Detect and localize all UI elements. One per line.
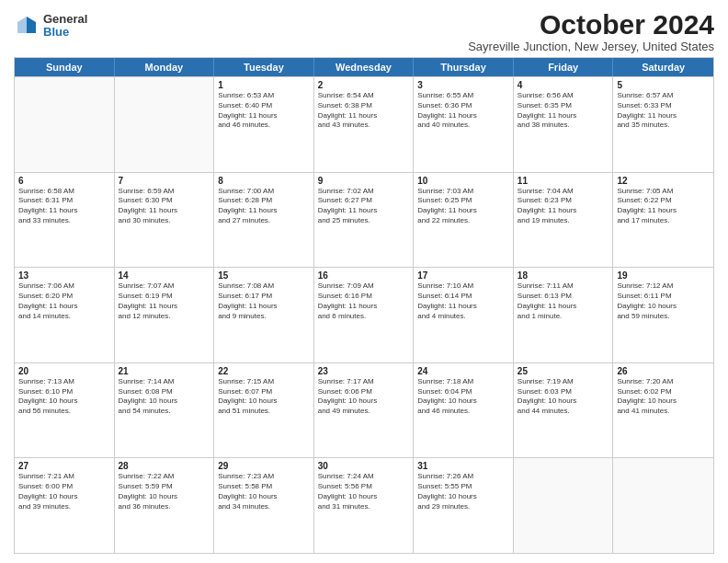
calendar: SundayMondayTuesdayWednesdayThursdayFrid…: [14, 57, 714, 554]
day-number: 5: [617, 80, 710, 90]
cell-info-line: Sunset: 6:20 PM: [18, 292, 110, 302]
header-day-wednesday: Wednesday: [314, 58, 415, 76]
cell-info-line: Sunrise: 6:56 AM: [518, 91, 609, 101]
cell-info-line: Daylight: 10 hours: [119, 492, 210, 502]
cell-info-line: Sunrise: 7:06 AM: [18, 282, 110, 292]
page: General Blue October 2024 Sayreville Jun…: [0, 0, 728, 563]
day-number: 29: [218, 461, 310, 471]
day-number: 13: [18, 270, 110, 281]
cell-info-line: Daylight: 11 hours: [417, 111, 509, 121]
cell-info-line: and 12 minutes.: [119, 312, 210, 322]
cell-info-line: and 19 minutes.: [518, 216, 609, 226]
logo-general-label: General: [43, 13, 87, 26]
cell-info-line: and 40 minutes.: [417, 121, 509, 131]
cell-info-line: Daylight: 11 hours: [617, 111, 710, 121]
cell-info-line: Sunset: 6:11 PM: [617, 292, 710, 302]
day-number: 10: [417, 176, 509, 186]
cell-info-line: Daylight: 11 hours: [417, 206, 509, 216]
day-cell-4: 4Sunrise: 6:56 AMSunset: 6:35 PMDaylight…: [514, 77, 614, 172]
cell-info-line: Sunrise: 7:14 AM: [119, 377, 210, 387]
day-cell-3: 3Sunrise: 6:55 AMSunset: 6:36 PMDaylight…: [414, 77, 514, 172]
cell-info-line: and 35 minutes.: [617, 121, 710, 131]
cell-info-line: and 33 minutes.: [18, 216, 110, 226]
cell-info-line: Daylight: 10 hours: [417, 396, 509, 407]
day-number: 9: [318, 176, 410, 186]
cell-info-line: Daylight: 11 hours: [119, 302, 210, 312]
day-number: 2: [318, 80, 410, 90]
location: Sayreville Junction, New Jersey, United …: [468, 40, 714, 53]
cell-info-line: Sunrise: 7:08 AM: [218, 282, 310, 292]
header-day-saturday: Saturday: [613, 58, 713, 76]
cell-info-line: Sunrise: 6:57 AM: [617, 91, 710, 101]
cell-info-line: and 49 minutes.: [318, 407, 410, 417]
day-cell-6: 6Sunrise: 6:58 AMSunset: 6:31 PMDaylight…: [15, 173, 115, 268]
day-cell-16: 16Sunrise: 7:09 AMSunset: 6:16 PMDayligh…: [314, 268, 415, 362]
cell-info-line: Daylight: 10 hours: [318, 396, 410, 407]
header-day-monday: Monday: [115, 58, 215, 76]
cell-info-line: Sunrise: 7:21 AM: [18, 472, 110, 482]
header-day-tuesday: Tuesday: [214, 58, 314, 76]
cell-info-line: Daylight: 11 hours: [518, 206, 609, 216]
cell-info-line: and 46 minutes.: [218, 121, 310, 131]
cell-info-line: Daylight: 10 hours: [218, 396, 310, 407]
cell-info-line: Sunset: 5:59 PM: [119, 482, 210, 492]
cell-info-line: Sunset: 6:33 PM: [617, 101, 710, 111]
cell-info-line: Sunrise: 6:55 AM: [417, 91, 509, 101]
day-cell-22: 22Sunrise: 7:15 AMSunset: 6:07 PMDayligh…: [214, 363, 314, 458]
cell-info-line: and 56 minutes.: [18, 407, 110, 417]
week-row-5: 27Sunrise: 7:21 AMSunset: 6:00 PMDayligh…: [15, 457, 713, 553]
cell-info-line: Sunset: 6:28 PM: [218, 196, 310, 206]
cell-info-line: Sunrise: 6:58 AM: [18, 187, 110, 197]
cell-info-line: Sunset: 6:16 PM: [318, 292, 410, 302]
calendar-body: 1Sunrise: 6:53 AMSunset: 6:40 PMDaylight…: [15, 76, 713, 553]
day-number: 27: [18, 461, 110, 471]
cell-info-line: Sunrise: 7:13 AM: [18, 377, 110, 387]
day-cell-7: 7Sunrise: 6:59 AMSunset: 6:30 PMDaylight…: [115, 173, 215, 268]
cell-info-line: Sunset: 5:55 PM: [417, 482, 509, 492]
day-cell-8: 8Sunrise: 7:00 AMSunset: 6:28 PMDaylight…: [214, 173, 314, 268]
day-cell-30: 30Sunrise: 7:24 AMSunset: 5:56 PMDayligh…: [314, 458, 415, 553]
cell-info-line: Daylight: 10 hours: [318, 492, 410, 502]
week-row-1: 1Sunrise: 6:53 AMSunset: 6:40 PMDaylight…: [15, 76, 713, 172]
cell-info-line: and 31 minutes.: [318, 502, 410, 512]
calendar-header: SundayMondayTuesdayWednesdayThursdayFrid…: [15, 58, 713, 76]
day-cell-14: 14Sunrise: 7:07 AMSunset: 6:19 PMDayligh…: [115, 268, 215, 362]
day-cell-10: 10Sunrise: 7:03 AMSunset: 6:25 PMDayligh…: [414, 173, 514, 268]
day-number: 18: [518, 270, 609, 281]
day-cell-17: 17Sunrise: 7:10 AMSunset: 6:14 PMDayligh…: [414, 268, 514, 362]
week-row-3: 13Sunrise: 7:06 AMSunset: 6:20 PMDayligh…: [15, 267, 713, 362]
cell-info-line: Sunrise: 7:02 AM: [318, 187, 410, 197]
cell-info-line: Sunset: 6:06 PM: [318, 387, 410, 397]
cell-info-line: and 22 minutes.: [417, 216, 509, 226]
day-cell-18: 18Sunrise: 7:11 AMSunset: 6:13 PMDayligh…: [514, 268, 614, 362]
cell-info-line: Sunset: 6:04 PM: [417, 387, 509, 397]
month-title: October 2024: [468, 9, 714, 40]
day-number: 1: [218, 80, 310, 90]
cell-info-line: Daylight: 10 hours: [18, 492, 110, 502]
cell-info-line: Sunset: 6:25 PM: [417, 196, 509, 206]
cell-info-line: Daylight: 11 hours: [318, 206, 410, 216]
cell-info-line: and 25 minutes.: [318, 216, 410, 226]
cell-info-line: Daylight: 11 hours: [18, 206, 110, 216]
day-number: 16: [318, 270, 410, 281]
cell-info-line: Sunset: 6:31 PM: [18, 196, 110, 206]
cell-info-line: Sunset: 6:38 PM: [318, 101, 410, 111]
cell-info-line: Daylight: 10 hours: [617, 396, 710, 407]
cell-info-line: Daylight: 11 hours: [218, 111, 310, 121]
day-cell-11: 11Sunrise: 7:04 AMSunset: 6:23 PMDayligh…: [514, 173, 614, 268]
day-number: 22: [218, 366, 310, 376]
cell-info-line: and 43 minutes.: [318, 121, 410, 131]
day-number: 30: [318, 461, 410, 471]
day-number: 20: [18, 366, 110, 376]
cell-info-line: Daylight: 11 hours: [18, 302, 110, 312]
day-cell-empty-4-5: [514, 458, 614, 553]
cell-info-line: Sunset: 6:17 PM: [218, 292, 310, 302]
day-number: 28: [119, 461, 210, 471]
day-cell-5: 5Sunrise: 6:57 AMSunset: 6:33 PMDaylight…: [613, 77, 713, 172]
day-number: 17: [417, 270, 509, 281]
week-row-4: 20Sunrise: 7:13 AMSunset: 6:10 PMDayligh…: [15, 362, 713, 458]
cell-info-line: and 39 minutes.: [18, 502, 110, 512]
day-number: 14: [119, 270, 210, 281]
cell-info-line: and 44 minutes.: [518, 407, 609, 417]
cell-info-line: Sunset: 6:19 PM: [119, 292, 210, 302]
